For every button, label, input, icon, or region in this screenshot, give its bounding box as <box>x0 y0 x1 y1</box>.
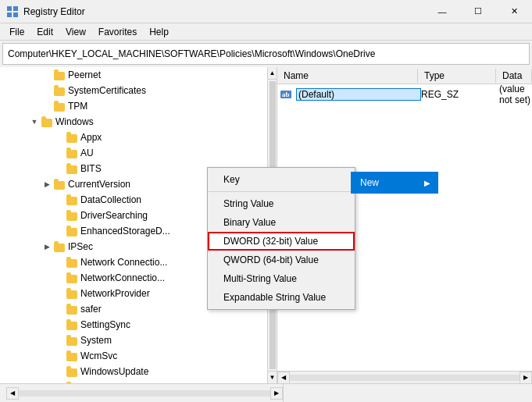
tree-item-wcmsvc[interactable]: WcmSvc <box>0 348 277 364</box>
expander-system <box>53 334 66 347</box>
tree-label-systemcerts: SystemCertificates <box>68 85 146 96</box>
tree-item-networkconnection1[interactable]: Network Connectio... <box>0 254 277 270</box>
menu-favorites[interactable]: Favorites <box>92 25 143 39</box>
tree-item-windowsupdate[interactable]: WindowsUpdate <box>0 364 277 379</box>
reg-type-default: REG_SZ <box>421 89 499 100</box>
tree-horizontal-scroll[interactable]: ◀ ▶ <box>6 384 284 402</box>
tree-scroll[interactable]: Peernet SystemCertificates TPM ▼ Windows <box>0 67 277 383</box>
tree-item-safer[interactable]: safer <box>0 301 277 317</box>
h-scroll-right[interactable]: ▶ <box>520 372 532 384</box>
tree-label-bits: BITS <box>80 163 102 174</box>
menu-file[interactable]: File <box>3 25 30 39</box>
expander-currentversion[interactable]: ▶ <box>41 178 53 190</box>
scroll-down-btn[interactable]: ▼ <box>268 371 277 383</box>
folder-icon <box>53 85 66 96</box>
tree-item-system[interactable]: System <box>0 333 277 348</box>
expander-nc2 <box>53 272 66 284</box>
folder-icon <box>66 132 78 143</box>
tree-item-settingsync[interactable]: SettingSync <box>0 317 277 333</box>
menu-help[interactable]: Help <box>143 25 175 39</box>
tree-item-networkconnection2[interactable]: NetworkConnectio... <box>0 270 277 286</box>
tree-scrollbar[interactable]: ▲ ▼ <box>267 67 277 383</box>
svg-rect-3 <box>13 12 18 17</box>
expander-appx <box>53 131 66 144</box>
tree-label-system: System <box>80 335 112 346</box>
h-scroll-left[interactable]: ◀ <box>277 372 290 384</box>
status-bar: ◀ ▶ <box>0 383 532 402</box>
tree-label-driversearching: DriverSearching <box>80 210 148 221</box>
right-h-scroll[interactable]: ◀ ▶ <box>277 371 532 383</box>
folder-icon <box>66 366 78 377</box>
close-button[interactable]: ✕ <box>496 0 532 23</box>
folder-icon <box>41 116 53 127</box>
folder-icon <box>66 319 78 330</box>
right-panel: Name Type Data ab (Default) REG_SZ (valu… <box>277 67 532 383</box>
expander-safer <box>53 303 66 315</box>
maximize-button[interactable]: ☐ <box>460 0 496 23</box>
tree-item-networkprovider[interactable]: NetworkProvider <box>0 286 277 301</box>
folder-icon <box>66 226 78 237</box>
expander-windows[interactable]: ▼ <box>28 116 41 128</box>
tree-label-wcmsvc: WcmSvc <box>80 350 117 361</box>
right-scroll-area <box>287 384 526 402</box>
expander-driversearching <box>53 209 66 222</box>
tree-item-ipsec[interactable]: ▶ IPSec <box>0 239 277 254</box>
menu-bar: File Edit View Favorites Help <box>0 23 532 41</box>
tree-label-np: NetworkProvider <box>80 288 150 299</box>
expander-ipsec[interactable]: ▶ <box>41 240 53 253</box>
minimize-button[interactable]: — <box>424 0 460 23</box>
tree-item-systemcerts[interactable]: SystemCertificates <box>0 83 277 98</box>
expander-peernet <box>41 69 53 81</box>
col-header-name: Name <box>277 69 418 83</box>
scroll-thumb <box>270 81 276 369</box>
folder-icon <box>66 148 78 158</box>
tree-item-workplacejoin[interactable]: WorkplaceJoin <box>0 379 277 383</box>
tree-item-au[interactable]: AU <box>0 145 277 161</box>
expander-au <box>53 147 66 159</box>
expander-bits <box>53 162 66 175</box>
menu-edit[interactable]: Edit <box>30 25 59 39</box>
tree-label-currentversion: CurrentVersion <box>68 179 130 190</box>
tree-item-driversearching[interactable]: DriverSearching <box>0 208 277 223</box>
column-headers: Name Type Data <box>277 67 532 84</box>
address-path: Computer\HKEY_LOCAL_MACHINE\SOFTWARE\Pol… <box>8 48 375 59</box>
folder-icon <box>66 288 78 299</box>
registry-icon <box>6 5 19 18</box>
expander-settingsync <box>53 318 66 331</box>
folder-icon <box>66 194 78 205</box>
tree-item-tpm[interactable]: TPM <box>0 98 277 114</box>
registry-row-default[interactable]: ab (Default) REG_SZ (value not set) <box>277 86 532 103</box>
address-bar[interactable]: Computer\HKEY_LOCAL_MACHINE\SOFTWARE\Pol… <box>2 43 530 65</box>
tree-item-datacollection[interactable]: DataCollection <box>0 192 277 208</box>
h-scroll-track <box>290 375 520 381</box>
tree-label-peernet: Peernet <box>68 69 101 80</box>
h-scroll-tree-right[interactable]: ▶ <box>270 387 283 400</box>
tree-label-enhancedstorage: EnhancedStorageD... <box>80 226 170 237</box>
h-scroll-tree-left[interactable]: ◀ <box>6 387 19 400</box>
tree-label-appx: Appx <box>80 132 102 143</box>
svg-rect-1 <box>13 6 18 11</box>
tree-item-peernet[interactable]: Peernet <box>0 67 277 83</box>
folder-icon <box>53 101 66 112</box>
reg-name-default: (Default) <box>296 88 421 101</box>
scroll-up-btn[interactable]: ▲ <box>268 67 277 80</box>
tree-label-nc2: NetworkConnectio... <box>80 272 165 283</box>
window-title: Registry Editor <box>23 6 85 17</box>
tree-item-currentversion[interactable]: ▶ CurrentVersion <box>0 176 277 192</box>
tree-label-au: AU <box>80 148 94 158</box>
folder-icon <box>66 163 78 174</box>
expander-datacollection <box>53 194 66 206</box>
tree-item-enhancedstorage[interactable]: EnhancedStorageD... <box>0 223 277 239</box>
reg-value-icon: ab <box>280 88 293 101</box>
menu-view[interactable]: View <box>59 25 92 39</box>
folder-icon <box>66 304 78 315</box>
folder-icon <box>66 335 78 346</box>
tree-item-bits[interactable]: BITS <box>0 161 277 176</box>
tree-item-windows[interactable]: ▼ Windows <box>0 114 277 130</box>
tree-item-appx[interactable]: Appx <box>0 130 277 145</box>
col-header-type: Type <box>418 69 496 83</box>
tree-label-settingsync: SettingSync <box>80 319 130 330</box>
expander-np <box>53 287 66 300</box>
window-controls: — ☐ ✕ <box>424 0 532 23</box>
folder-icon <box>66 210 78 221</box>
